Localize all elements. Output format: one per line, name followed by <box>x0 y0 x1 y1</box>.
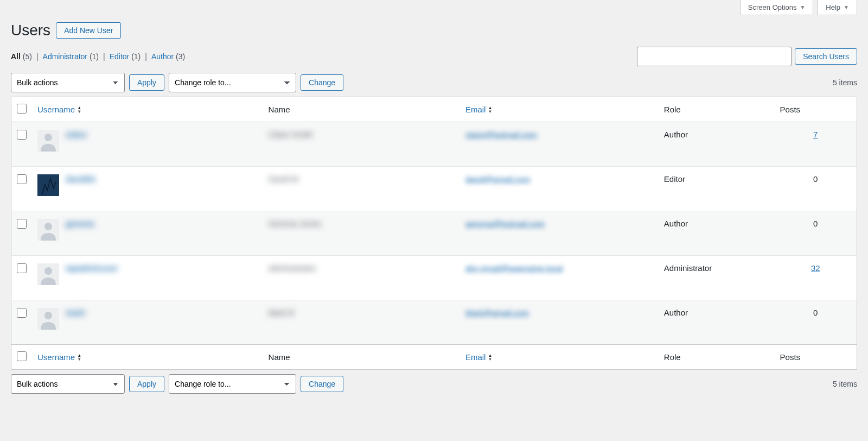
email-link[interactable]: david@gmail.com <box>465 174 530 184</box>
chevron-down-icon: ▼ <box>800 4 805 10</box>
change-role-button[interactable]: Change <box>301 74 343 91</box>
filter-all[interactable]: All <box>11 52 21 61</box>
apply-bulk-button[interactable]: Apply <box>129 74 164 91</box>
sort-email[interactable]: Email▲▼ <box>465 105 492 114</box>
user-role: Administrator <box>659 256 775 300</box>
items-count-bottom: 5 items <box>833 380 857 388</box>
table-row: wpadminuserAdministratordev-email@wpengi… <box>11 256 857 300</box>
col-name: Name <box>263 97 460 122</box>
posts-link[interactable]: 7 <box>813 130 818 139</box>
avatar <box>37 219 59 241</box>
avatar <box>37 130 59 152</box>
username-link[interactable]: david01 <box>66 174 96 184</box>
email-link[interactable]: gemma@hotmail.com <box>465 219 545 228</box>
search-users-button[interactable]: Search Users <box>795 48 857 65</box>
users-table: Username▲▼ Name Email▲▼ Role Posts clair… <box>11 97 857 370</box>
help-label: Help <box>826 3 840 11</box>
screen-options-label: Screen Options <box>748 3 797 11</box>
table-row: david01David Mdavid@gmail.comEditor0 <box>11 167 857 211</box>
chevron-down-icon: ▼ <box>844 4 849 10</box>
filter-author[interactable]: Author <box>151 52 174 61</box>
avatar <box>37 263 59 285</box>
posts-count: 0 <box>813 174 818 184</box>
avatar <box>37 174 59 196</box>
avatar <box>37 308 59 330</box>
bulk-actions-select-bottom[interactable]: Bulk actions <box>11 374 125 394</box>
row-checkbox[interactable] <box>17 308 27 318</box>
col-role-bottom: Role <box>659 345 775 370</box>
select-all-checkbox-bottom[interactable] <box>17 351 27 361</box>
user-name: David M <box>269 174 298 184</box>
help-tab[interactable]: Help ▼ <box>818 0 857 15</box>
sort-username[interactable]: Username▲▼ <box>37 105 81 114</box>
row-checkbox[interactable] <box>17 174 27 184</box>
change-role-button-bottom[interactable]: Change <box>301 376 343 392</box>
search-users-input[interactable] <box>637 47 792 66</box>
email-link[interactable]: Mark@gmail.com <box>465 308 529 317</box>
row-checkbox[interactable] <box>17 130 27 140</box>
user-name: Claire Smith <box>269 130 313 139</box>
sort-email-bottom[interactable]: Email▲▼ <box>465 352 492 362</box>
posts-count: 0 <box>813 219 818 228</box>
items-count: 5 items <box>833 78 857 87</box>
posts-link[interactable]: 32 <box>811 263 820 273</box>
col-name-bottom: Name <box>263 345 460 370</box>
table-row: gemmaGemma Jonesgemma@hotmail.comAuthor0 <box>11 211 857 256</box>
col-role: Role <box>659 97 775 122</box>
svg-point-4 <box>44 223 52 230</box>
filter-administrator[interactable]: Administrator <box>43 52 87 61</box>
user-role: Author <box>659 122 775 167</box>
user-name: Administrator <box>269 263 316 273</box>
sort-username-bottom[interactable]: Username▲▼ <box>37 352 81 362</box>
user-role: Editor <box>659 167 775 211</box>
sort-icon: ▲▼ <box>77 106 81 114</box>
user-role: Author <box>659 300 775 345</box>
table-row: markMark BMark@gmail.comAuthor0 <box>11 300 857 345</box>
user-name: Mark B <box>269 308 295 317</box>
change-role-select[interactable]: Change role to... <box>169 73 296 92</box>
svg-point-1 <box>44 134 52 141</box>
view-filter-links: All (5) | Administrator (1) | Editor (1)… <box>11 52 185 61</box>
username-link[interactable]: wpadminuser <box>66 263 118 273</box>
username-link[interactable]: claire <box>66 130 87 139</box>
email-link[interactable]: dev-email@wpengine.local <box>465 263 563 273</box>
change-role-select-bottom[interactable]: Change role to... <box>169 374 296 394</box>
filter-editor[interactable]: Editor <box>110 52 130 61</box>
table-row: claireClaire Smithclaire@hotmail.comAuth… <box>11 122 857 167</box>
bulk-actions-select[interactable]: Bulk actions <box>11 73 125 92</box>
username-link[interactable]: mark <box>66 308 85 317</box>
col-posts-bottom: Posts <box>775 345 857 370</box>
add-new-user-button[interactable]: Add New User <box>56 22 121 39</box>
posts-count: 0 <box>813 308 818 317</box>
row-checkbox[interactable] <box>17 263 27 273</box>
col-posts: Posts <box>775 97 857 122</box>
apply-bulk-button-bottom[interactable]: Apply <box>129 376 164 392</box>
user-role: Author <box>659 211 775 256</box>
sort-icon: ▲▼ <box>488 354 492 361</box>
svg-point-8 <box>44 312 52 319</box>
screen-options-tab[interactable]: Screen Options ▼ <box>740 0 814 15</box>
select-all-checkbox-top[interactable] <box>17 104 27 114</box>
row-checkbox[interactable] <box>17 219 27 229</box>
sort-icon: ▲▼ <box>488 106 492 114</box>
svg-point-6 <box>44 267 52 275</box>
username-link[interactable]: gemma <box>66 219 94 228</box>
sort-icon: ▲▼ <box>77 354 81 361</box>
email-link[interactable]: claire@hotmail.com <box>465 130 537 139</box>
page-title: Users <box>11 22 50 39</box>
user-name: Gemma Jones <box>269 219 322 228</box>
